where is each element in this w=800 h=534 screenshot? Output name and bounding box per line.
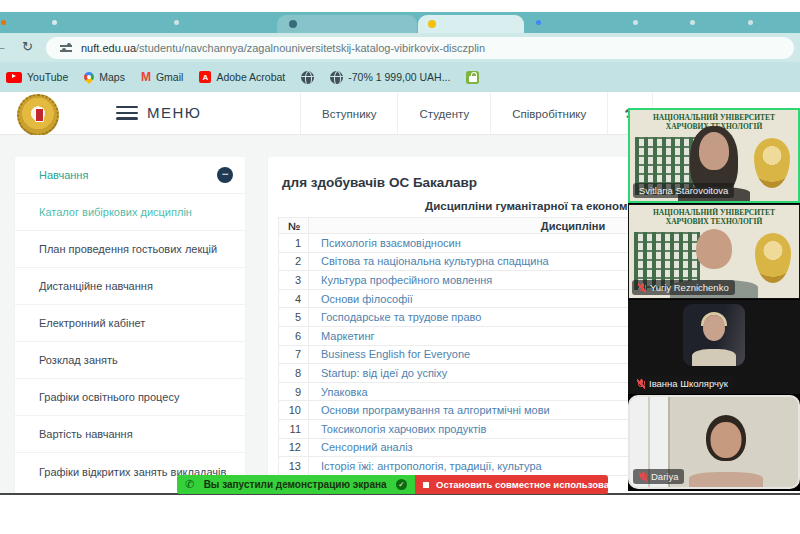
- sidebar-item-label: Дистанційне навчання: [39, 280, 153, 292]
- tab-favicon: [536, 20, 541, 25]
- sidebar-item-label: Розклад занять: [39, 354, 118, 366]
- bookmark-label: YouTube: [27, 71, 68, 83]
- globe-icon: [301, 71, 314, 84]
- participant-name-tag: Dariya: [633, 469, 684, 484]
- bookmarks-bar: YouTube Maps M Gmail A Adobe Acrobat -70…: [0, 62, 800, 92]
- back-icon[interactable]: ←: [0, 39, 7, 54]
- table-title: Дисципліни гуманітарної та економічної: [425, 200, 654, 212]
- sidebar-item-distance-learning[interactable]: Дистанційне навчання: [15, 268, 245, 305]
- url-domain: nuft.edu.ua: [81, 42, 136, 54]
- tab-favicon: [428, 20, 436, 28]
- sidebar-item-navchannya[interactable]: Навчання −: [15, 157, 245, 194]
- url-bar[interactable]: nuft.edu.ua/studentu/navchannya/zagalnou…: [46, 37, 794, 59]
- virtual-bg-text: НАЦІОНАЛЬНИЙ УНІВЕРСИТЕТ ХАРЧОВИХ ТЕХНОЛ…: [629, 208, 799, 227]
- participant-video: [683, 304, 745, 366]
- browser-toolbar: ← ↻ nuft.edu.ua/studentu/navchannya/zaga…: [0, 33, 800, 62]
- tab-favicon: [52, 20, 57, 25]
- stop-icon: [423, 482, 429, 488]
- share-banner: ✆ Вы запустили демонстрацию экрана ✓: [177, 475, 415, 494]
- sidebar-item-tuition-cost[interactable]: Вартість навчання: [15, 416, 245, 453]
- participant-name: Svitlana Starovoitova: [639, 185, 728, 196]
- nav-item-applicant[interactable]: Вступнику: [300, 92, 397, 135]
- page-title: для здобувачів ОС Бакалавр: [282, 175, 477, 190]
- sidebar: Навчання − Каталог вибіркових дисциплін …: [15, 157, 245, 494]
- participant-tile-dariya[interactable]: Dariya: [628, 395, 800, 489]
- sidebar-item-label: Електронний кабінет: [39, 317, 145, 329]
- tab-favicon: [748, 20, 753, 25]
- bookmark-youtube[interactable]: YouTube: [6, 71, 68, 83]
- sidebar-item-label: Навчання: [39, 169, 88, 181]
- gmail-icon: M: [141, 71, 151, 83]
- muted-mic-icon: [638, 283, 646, 293]
- bookmark-label: Adobe Acrobat: [216, 71, 285, 83]
- share-phone-icon: ✆: [185, 479, 194, 490]
- menu-burger-icon[interactable]: [116, 106, 138, 120]
- acrobat-icon: A: [199, 71, 211, 83]
- bookmark-acrobat[interactable]: A Adobe Acrobat: [199, 71, 285, 83]
- maps-pin-icon: [82, 70, 96, 84]
- participant-name: Yuriy Reznichenko: [650, 282, 729, 293]
- bookmark-label: Maps: [99, 71, 125, 83]
- bookmark-deal[interactable]: -70% 1 999,00 UAH...: [330, 71, 450, 84]
- reload-icon[interactable]: ↻: [22, 39, 33, 54]
- sidebar-item-e-cabinet[interactable]: Електронний кабінет: [15, 305, 245, 342]
- university-logo[interactable]: [17, 94, 59, 136]
- bottom-margin: [0, 495, 800, 534]
- university-emblem: [755, 233, 791, 283]
- sidebar-item-process-graphs[interactable]: Графіки освітнього процесу: [15, 379, 245, 416]
- sidebar-item-guest-lectures[interactable]: План проведення гостьових лекцій: [15, 231, 245, 268]
- sidebar-item-schedule[interactable]: Розклад занять: [15, 342, 245, 379]
- nav-item-staff[interactable]: Співробітнику: [490, 92, 607, 135]
- bookmark-maps[interactable]: Maps: [84, 71, 125, 83]
- sidebar-item-label: Каталог вибіркових дисциплін: [39, 206, 192, 218]
- participant-name-tag: Svitlana Starovoitova: [633, 183, 734, 198]
- sidebar-item-label: Графіки освітнього процесу: [39, 391, 179, 403]
- bookmark-gmail[interactable]: M Gmail: [141, 71, 183, 83]
- browser-tab[interactable]: [277, 15, 417, 33]
- site-settings-icon[interactable]: [60, 42, 72, 54]
- shopping-bag-icon: [466, 71, 479, 84]
- participant-name: Іванна Школярчук: [649, 378, 728, 389]
- participant-tile-ivanna[interactable]: Іванна Школярчук: [628, 300, 800, 394]
- bookmark-label: -70% 1 999,00 UAH...: [348, 71, 450, 83]
- stop-sharing-label: Остановить совместное использование: [436, 479, 626, 490]
- bookmark-label: Gmail: [156, 71, 183, 83]
- menu-label[interactable]: МЕНЮ: [147, 104, 202, 121]
- share-check-icon[interactable]: ✓: [396, 479, 407, 490]
- browser-tab-strip[interactable]: [0, 12, 800, 33]
- meeting-panel: НАЦІОНАЛЬНИЙ УНІВЕРСИТЕТ ХАРЧОВИХ ТЕХНОЛ…: [628, 108, 800, 491]
- col-header-num: №: [279, 218, 309, 234]
- tab-favicon: [690, 20, 695, 25]
- muted-mic-icon: [637, 379, 645, 389]
- tab-favicon: [1, 20, 6, 25]
- share-banner-text: Вы запустили демонстрацию экрана: [194, 479, 396, 490]
- screenshot-root: ← ↻ nuft.edu.ua/studentu/navchannya/zaga…: [0, 0, 800, 534]
- url-path: /studentu/navchannya/zagalnouniversitets…: [136, 42, 485, 54]
- browser-tab-active[interactable]: [418, 15, 524, 33]
- youtube-icon: [6, 72, 22, 83]
- participant-tile-svitlana[interactable]: НАЦІОНАЛЬНИЙ УНІВЕРСИТЕТ ХАРЧОВИХ ТЕХНОЛ…: [628, 108, 800, 203]
- collapse-minus-icon[interactable]: −: [217, 167, 233, 183]
- participant-name-tag: Іванна Школярчук: [631, 376, 734, 391]
- sidebar-item-label: План проведення гостьових лекцій: [39, 243, 217, 255]
- tab-favicon: [633, 20, 638, 25]
- university-emblem: [754, 138, 790, 188]
- bookmark-site[interactable]: [301, 71, 314, 84]
- sidebar-item-label: Вартість навчання: [39, 428, 133, 440]
- participant-name-tag: Yuriy Reznichenko: [632, 280, 735, 295]
- nav-item-student[interactable]: Студенту: [397, 92, 490, 135]
- bookmark-shop[interactable]: [466, 71, 479, 84]
- muted-mic-icon: [639, 472, 647, 482]
- stop-sharing-button[interactable]: Остановить совместное использование: [415, 475, 608, 494]
- participant-name: Dariya: [651, 471, 678, 482]
- tab-favicon: [289, 20, 297, 28]
- sidebar-item-catalog[interactable]: Каталог вибіркових дисциплін: [15, 194, 245, 231]
- participant-tile-yuriy[interactable]: НАЦІОНАЛЬНИЙ УНІВЕРСИТЕТ ХАРЧОВИХ ТЕХНОЛ…: [628, 204, 800, 299]
- tab-favicon: [174, 20, 179, 25]
- globe-icon: [330, 71, 343, 84]
